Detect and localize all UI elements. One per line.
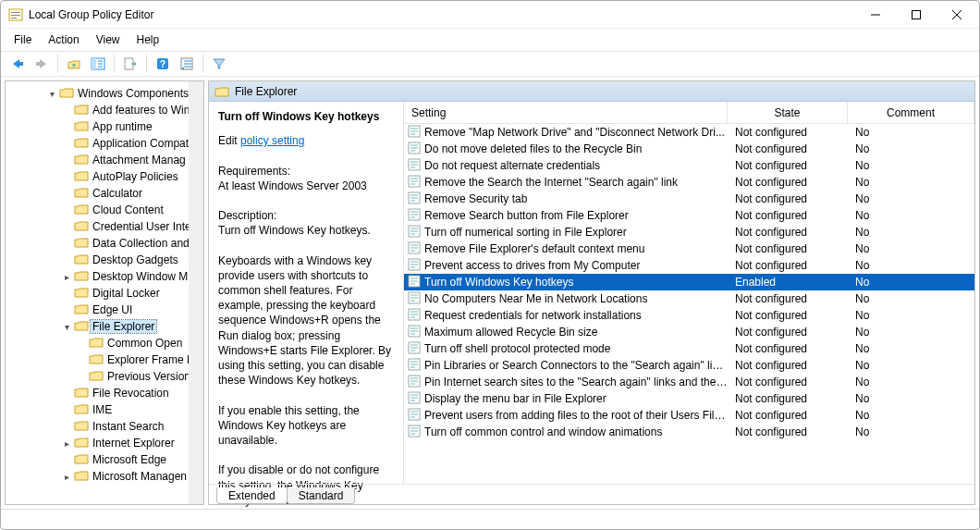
tree-item[interactable]: Microsoft Edge	[6, 451, 203, 468]
tree-scrollbar[interactable]	[189, 81, 203, 504]
tree-item[interactable]: Cloud Content	[6, 202, 203, 218]
folder-icon	[74, 153, 89, 168]
policy-comment: No	[848, 326, 974, 339]
policy-row[interactable]: Pin Libraries or Search Connectors to th…	[404, 357, 974, 374]
details-pane: File Explorer Turn off Windows Key hotke…	[208, 80, 975, 505]
policy-name: Turn off numerical sorting in File Explo…	[424, 226, 627, 239]
column-setting[interactable]: Setting	[404, 102, 728, 123]
policy-row[interactable]: Turn off common control and window anima…	[404, 424, 974, 440]
up-folder-button[interactable]	[63, 54, 85, 74]
policy-row[interactable]: Remove Security tabNot configuredNo	[404, 191, 974, 207]
minimize-button[interactable]	[855, 2, 896, 28]
tree-item[interactable]: Credential User Inte	[6, 218, 203, 235]
policy-row[interactable]: Remove "Map Network Drive" and "Disconne…	[404, 124, 974, 141]
separator	[57, 55, 58, 73]
close-button[interactable]	[937, 2, 977, 28]
tree-item[interactable]: IME	[6, 401, 203, 418]
expand-icon	[76, 355, 87, 365]
menu-view[interactable]: View	[91, 31, 126, 48]
tree-item-label: Calculator	[91, 187, 144, 200]
tree-item[interactable]: File Revocation	[6, 385, 203, 401]
policy-icon	[408, 275, 421, 290]
expand-icon	[61, 172, 72, 182]
tree-item[interactable]: Edge UI	[6, 302, 203, 318]
svg-text:?: ?	[160, 59, 165, 69]
column-state[interactable]: State	[728, 102, 848, 123]
tree-item[interactable]: Common Open	[6, 335, 203, 351]
policy-comment: No	[848, 376, 974, 388]
policy-row[interactable]: Prevent access to drives from My Compute…	[404, 257, 974, 274]
tree-item[interactable]: Desktop Gadgets	[6, 252, 203, 268]
policy-row[interactable]: Turn off Windows Key hotkeysEnabledNo	[404, 274, 974, 290]
policy-row[interactable]: Remove the Search the Internet "Search a…	[404, 174, 974, 191]
show-hide-tree-button[interactable]	[87, 54, 109, 74]
tab-extended[interactable]: Extended	[216, 487, 288, 504]
tree-item-label: Explorer Frame P	[105, 353, 196, 366]
expand-icon[interactable]: ▾	[46, 89, 57, 99]
policy-row[interactable]: Pin Internet search sites to the "Search…	[404, 374, 974, 390]
policy-row[interactable]: Prevent users from adding files to the r…	[404, 407, 974, 424]
policy-row[interactable]: No Computers Near Me in Network Location…	[404, 290, 974, 307]
menu-action[interactable]: Action	[43, 31, 84, 48]
tree-item[interactable]: Attachment Manag	[6, 152, 203, 168]
policy-name: Prevent users from adding files to the r…	[424, 409, 728, 422]
back-button[interactable]	[6, 54, 29, 74]
column-comment[interactable]: Comment	[848, 102, 974, 123]
policy-row[interactable]: Turn off numerical sorting in File Explo…	[404, 224, 974, 240]
tree-item[interactable]: Previous Version	[6, 368, 203, 385]
policy-name: Pin Libraries or Search Connectors to th…	[424, 359, 728, 372]
policy-icon	[408, 358, 421, 374]
tree-item[interactable]: ▸Microsoft Managen	[6, 468, 203, 485]
folder-icon	[74, 469, 89, 485]
policy-row[interactable]: Remove Search button from File ExplorerN…	[404, 207, 974, 224]
tree-item[interactable]: Calculator	[6, 185, 203, 202]
tab-standard[interactable]: Standard	[287, 487, 356, 504]
tree-item[interactable]: ▾File Explorer	[6, 318, 203, 335]
export-button[interactable]	[119, 54, 141, 74]
tree-item[interactable]: Application Compat	[6, 135, 203, 152]
policy-row[interactable]: Do not request alternate credentialsNot …	[404, 157, 974, 174]
menu-file[interactable]: File	[8, 31, 37, 48]
help-button[interactable]: ?	[152, 54, 174, 74]
policy-row[interactable]: Turn off shell protocol protected modeNo…	[404, 340, 974, 357]
expand-icon[interactable]: ▸	[61, 438, 72, 449]
tree-item[interactable]: AutoPlay Policies	[6, 168, 203, 185]
expand-icon[interactable]: ▾	[61, 322, 72, 332]
policy-row[interactable]: Request credentials for network installa…	[404, 307, 974, 324]
edit-policy-link[interactable]: policy setting	[240, 134, 304, 147]
policy-comment: No	[848, 359, 974, 372]
separator	[114, 55, 115, 73]
app-icon	[8, 7, 23, 22]
maximize-button[interactable]	[896, 2, 937, 28]
tree-item[interactable]: Add features to Win	[6, 102, 203, 118]
expand-icon[interactable]: ▸	[61, 472, 72, 482]
tree-item[interactable]: Instant Search	[6, 418, 203, 435]
policy-state: Not configured	[728, 242, 848, 255]
expand-icon	[61, 255, 72, 265]
menu-help[interactable]: Help	[131, 31, 165, 48]
policy-row[interactable]: Remove File Explorer's default context m…	[404, 240, 974, 257]
policy-state: Not configured	[728, 292, 848, 305]
folder-icon	[74, 219, 89, 235]
folder-icon	[74, 169, 89, 185]
filter-button[interactable]	[208, 54, 230, 74]
policy-row[interactable]: Do not move deleted files to the Recycle…	[404, 141, 974, 157]
tree-item[interactable]: Digital Locker	[6, 285, 203, 302]
policy-comment: No	[848, 409, 974, 422]
policy-row[interactable]: Display the menu bar in File ExplorerNot…	[404, 390, 974, 407]
tree-item[interactable]: ▸Desktop Window M	[6, 268, 203, 285]
tree-item-label: Add features to Win	[91, 104, 191, 117]
svg-rect-1	[11, 12, 20, 13]
expand-icon[interactable]: ▸	[61, 272, 72, 282]
properties-button[interactable]	[176, 54, 198, 74]
policy-icon	[408, 391, 421, 407]
tree-item[interactable]: Data Collection and	[6, 235, 203, 252]
tree-item[interactable]: ▾Windows Components	[6, 85, 203, 102]
folder-icon	[74, 436, 89, 451]
policy-comment: No	[848, 209, 974, 222]
forward-button[interactable]	[31, 54, 53, 74]
tree-item[interactable]: Explorer Frame P	[6, 351, 203, 368]
policy-row[interactable]: Maximum allowed Recycle Bin sizeNot conf…	[404, 324, 974, 340]
tree-item[interactable]: App runtime	[6, 118, 203, 135]
tree-item[interactable]: ▸Internet Explorer	[6, 435, 203, 451]
